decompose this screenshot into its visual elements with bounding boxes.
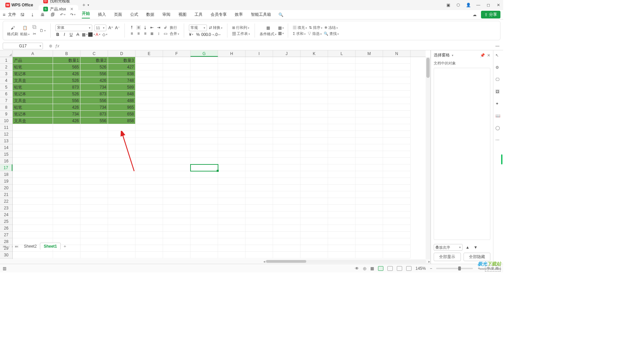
cell[interactable] — [13, 232, 53, 238]
cell[interactable] — [273, 185, 301, 191]
cell[interactable]: 556 — [53, 97, 80, 104]
cell[interactable] — [136, 111, 163, 117]
cell[interactable] — [273, 205, 301, 211]
cell[interactable] — [328, 70, 356, 77]
cell[interactable] — [136, 191, 163, 198]
ribbon-tab[interactable]: 效率 — [235, 12, 243, 17]
cell[interactable] — [80, 144, 108, 151]
cell[interactable] — [273, 144, 301, 151]
cell[interactable] — [356, 171, 383, 178]
cell[interactable] — [163, 205, 191, 211]
cell[interactable] — [356, 252, 383, 258]
hscroll-right-icon[interactable]: ▸ — [428, 259, 430, 264]
cell[interactable] — [191, 211, 218, 218]
cell[interactable] — [218, 70, 246, 77]
cell[interactable] — [328, 164, 356, 171]
cell[interactable] — [246, 198, 273, 205]
column-header[interactable]: C — [80, 50, 108, 57]
merge-label[interactable]: 合并▾ — [170, 31, 179, 36]
cell[interactable] — [136, 131, 163, 138]
cell[interactable] — [246, 178, 273, 185]
cell[interactable] — [383, 57, 411, 64]
clipboard-icon[interactable]: 🗋▾ — [40, 28, 46, 34]
cell[interactable] — [218, 211, 246, 218]
cell[interactable]: 556 — [80, 97, 108, 104]
view-read-icon[interactable] — [406, 266, 412, 271]
cell[interactable] — [273, 164, 301, 171]
cell[interactable]: 426 — [53, 104, 80, 111]
cell[interactable] — [191, 97, 218, 104]
cell[interactable] — [246, 185, 273, 191]
cell[interactable] — [53, 211, 80, 218]
cell[interactable] — [273, 252, 301, 258]
cell[interactable] — [13, 151, 53, 158]
cell[interactable] — [383, 205, 411, 211]
cell[interactable] — [246, 151, 273, 158]
cell[interactable] — [328, 144, 356, 151]
cell[interactable]: 数量1 — [53, 57, 80, 64]
zoom-formula-icon[interactable]: ⊕ — [49, 44, 52, 48]
cell[interactable] — [53, 218, 80, 225]
sort-button[interactable]: ⇅ 排序▾ — [309, 25, 322, 30]
cell[interactable] — [136, 238, 163, 245]
cell[interactable] — [191, 64, 218, 70]
cell[interactable] — [356, 117, 383, 124]
cell[interactable] — [80, 218, 108, 225]
zoom-slider[interactable] — [436, 268, 473, 269]
cell[interactable] — [163, 117, 191, 124]
cell[interactable] — [301, 151, 328, 158]
cell[interactable] — [218, 185, 246, 191]
image-tool-icon[interactable]: 🖼 — [495, 89, 501, 95]
window-mode-icon[interactable]: ▣ — [445, 3, 451, 7]
cell[interactable]: 笔记本 — [13, 91, 53, 97]
status-indicator-icon[interactable]: ▥ — [3, 266, 6, 271]
cell[interactable] — [246, 70, 273, 77]
hide-all-button[interactable]: 全部隐藏 — [464, 253, 491, 261]
column-header[interactable]: F — [163, 50, 191, 57]
cell[interactable] — [191, 205, 218, 211]
cell[interactable] — [108, 138, 136, 144]
cell[interactable] — [80, 252, 108, 258]
cell[interactable] — [383, 124, 411, 131]
cell[interactable] — [53, 185, 80, 191]
cell[interactable] — [246, 104, 273, 111]
cell[interactable]: 文具盒 — [13, 77, 53, 84]
cell[interactable] — [356, 124, 383, 131]
cell[interactable] — [356, 104, 383, 111]
cell[interactable] — [163, 171, 191, 178]
cell[interactable] — [383, 178, 411, 185]
cell[interactable] — [80, 171, 108, 178]
cell[interactable] — [80, 245, 108, 252]
collapse-ribbon-icon[interactable]: — — [494, 43, 500, 49]
cell[interactable] — [328, 232, 356, 238]
cell[interactable] — [383, 97, 411, 104]
cell[interactable] — [246, 144, 273, 151]
minimize-icon[interactable]: — — [476, 3, 481, 7]
currency-icon[interactable]: ¥▾ — [189, 32, 194, 37]
cell[interactable] — [53, 198, 80, 205]
redo-icon[interactable]: ↷▾ — [70, 12, 76, 18]
cell[interactable] — [80, 198, 108, 205]
cell[interactable]: 873 — [53, 84, 80, 91]
cell[interactable] — [383, 104, 411, 111]
cell[interactable] — [301, 245, 328, 252]
cell[interactable] — [191, 198, 218, 205]
cell[interactable] — [301, 144, 328, 151]
cell[interactable] — [191, 104, 218, 111]
cell[interactable] — [191, 111, 218, 117]
cell[interactable] — [191, 77, 218, 84]
cell[interactable] — [328, 64, 356, 70]
cell[interactable] — [383, 144, 411, 151]
cell[interactable] — [191, 164, 218, 171]
row-header[interactable]: 20 — [0, 185, 12, 191]
cell[interactable] — [273, 225, 301, 232]
cell[interactable] — [383, 91, 411, 97]
cell[interactable]: 文具盒 — [13, 117, 53, 124]
cell[interactable] — [80, 164, 108, 171]
cell[interactable] — [301, 238, 328, 245]
cell[interactable] — [301, 205, 328, 211]
sheet-tab[interactable]: Sheet2 — [20, 243, 40, 250]
cell[interactable] — [383, 171, 411, 178]
cell[interactable]: 658 — [108, 111, 136, 117]
cell[interactable] — [356, 70, 383, 77]
